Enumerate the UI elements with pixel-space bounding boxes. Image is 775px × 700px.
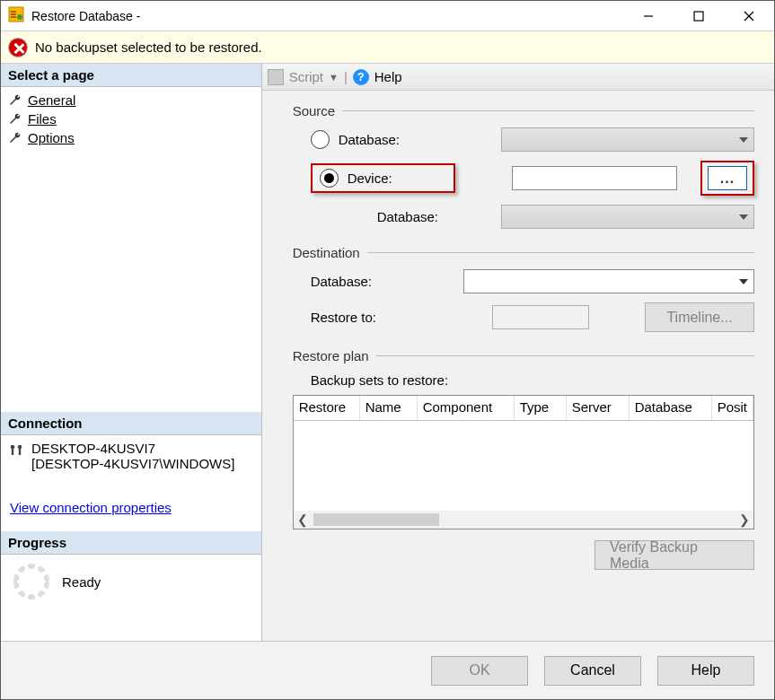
backup-sets-label: Backup sets to restore: bbox=[293, 372, 754, 388]
col-restore[interactable]: Restore bbox=[294, 396, 360, 420]
col-name[interactable]: Name bbox=[360, 396, 418, 420]
browse-highlight: ... bbox=[700, 161, 754, 196]
svg-point-6 bbox=[11, 445, 15, 450]
svg-point-7 bbox=[18, 445, 22, 450]
restore-plan-header: Restore plan bbox=[293, 348, 369, 363]
radio-device-label: Device: bbox=[348, 171, 446, 186]
minimize-button[interactable] bbox=[623, 1, 674, 31]
page-item-general[interactable]: General bbox=[6, 91, 256, 109]
error-icon bbox=[8, 38, 28, 57]
col-position[interactable]: Posit bbox=[712, 396, 753, 420]
page-item-files[interactable]: Files bbox=[6, 109, 256, 128]
window-title: Restore Database - bbox=[31, 9, 140, 23]
view-connection-properties-link[interactable]: View connection properties bbox=[1, 477, 261, 531]
connection-info: DESKTOP-4KUSVI7 [DESKTOP-4KUSVI7\WINDOWS… bbox=[1, 435, 261, 477]
wrench-icon bbox=[8, 112, 22, 127]
timeline-button: Timeline... bbox=[645, 302, 754, 332]
script-icon bbox=[268, 69, 284, 85]
help-button[interactable]: Help bbox=[657, 656, 754, 686]
svg-rect-9 bbox=[19, 449, 21, 455]
radio-database-label: Database: bbox=[339, 132, 471, 147]
ok-button: OK bbox=[431, 656, 528, 686]
svg-rect-3 bbox=[694, 12, 703, 21]
page-item-label: Options bbox=[28, 130, 75, 145]
source-db-combo bbox=[501, 205, 754, 229]
connection-server: DESKTOP-4KUSVI7 bbox=[31, 441, 234, 456]
close-button[interactable] bbox=[724, 1, 774, 31]
warning-bar: No backupset selected to be restored. bbox=[1, 31, 774, 64]
cancel-button[interactable]: Cancel bbox=[544, 656, 641, 686]
help-button[interactable]: Help bbox=[374, 69, 402, 84]
scroll-left-icon[interactable]: ❮ bbox=[294, 512, 312, 527]
left-pane: Select a page General Files Options Conn… bbox=[1, 64, 262, 641]
col-database[interactable]: Database bbox=[630, 396, 712, 420]
device-highlight: Device: bbox=[311, 163, 455, 193]
help-icon: ? bbox=[353, 69, 369, 85]
toolbar: Script ▼ | ? Help bbox=[262, 64, 774, 91]
scroll-right-icon[interactable]: ❯ bbox=[735, 512, 753, 527]
dialog-footer: OK Cancel Help bbox=[1, 641, 774, 699]
script-button[interactable]: Script bbox=[289, 69, 323, 84]
progress-status: Ready bbox=[62, 574, 101, 590]
progress-header: Progress bbox=[1, 531, 261, 555]
titlebar: Restore Database - bbox=[1, 1, 774, 31]
col-server[interactable]: Server bbox=[567, 396, 630, 420]
source-database-combo bbox=[501, 127, 754, 152]
progress-spinner-icon bbox=[13, 564, 49, 599]
radio-device[interactable] bbox=[320, 169, 339, 188]
connection-user: [DESKTOP-4KUSVI7\WINDOWS] bbox=[31, 456, 234, 471]
radio-database[interactable] bbox=[311, 130, 330, 149]
destination-db-combo[interactable] bbox=[463, 269, 754, 293]
app-icon bbox=[8, 6, 24, 26]
destination-db-label: Database: bbox=[311, 274, 463, 289]
device-path-input[interactable] bbox=[512, 166, 677, 190]
browse-button[interactable]: ... bbox=[708, 166, 747, 190]
page-item-options[interactable]: Options bbox=[6, 128, 256, 147]
source-db-label: Database: bbox=[377, 209, 494, 224]
svg-point-1 bbox=[17, 14, 22, 20]
verify-backup-media-button: Verify Backup Media bbox=[594, 540, 754, 570]
server-icon bbox=[8, 442, 24, 459]
page-item-label: General bbox=[28, 92, 75, 108]
restore-to-input bbox=[492, 305, 589, 329]
destination-header: Destination bbox=[293, 245, 360, 260]
chevron-down-icon[interactable]: ▼ bbox=[329, 72, 339, 83]
select-page-header: Select a page bbox=[1, 64, 261, 87]
wrench-icon bbox=[8, 93, 22, 108]
warning-text: No backupset selected to be restored. bbox=[35, 39, 262, 55]
restore-to-label: Restore to: bbox=[311, 310, 463, 325]
svg-rect-8 bbox=[12, 449, 13, 455]
col-component[interactable]: Component bbox=[418, 396, 515, 420]
wrench-icon bbox=[8, 131, 22, 145]
connection-header: Connection bbox=[1, 412, 261, 435]
col-type[interactable]: Type bbox=[515, 396, 567, 420]
backup-sets-grid[interactable]: Restore Name Component Type Server Datab… bbox=[293, 395, 754, 529]
maximize-button[interactable] bbox=[674, 1, 724, 31]
page-item-label: Files bbox=[28, 111, 57, 127]
grid-hscrollbar[interactable]: ❮ ❯ bbox=[294, 511, 753, 529]
grid-header: Restore Name Component Type Server Datab… bbox=[294, 396, 753, 421]
source-header: Source bbox=[293, 103, 336, 118]
